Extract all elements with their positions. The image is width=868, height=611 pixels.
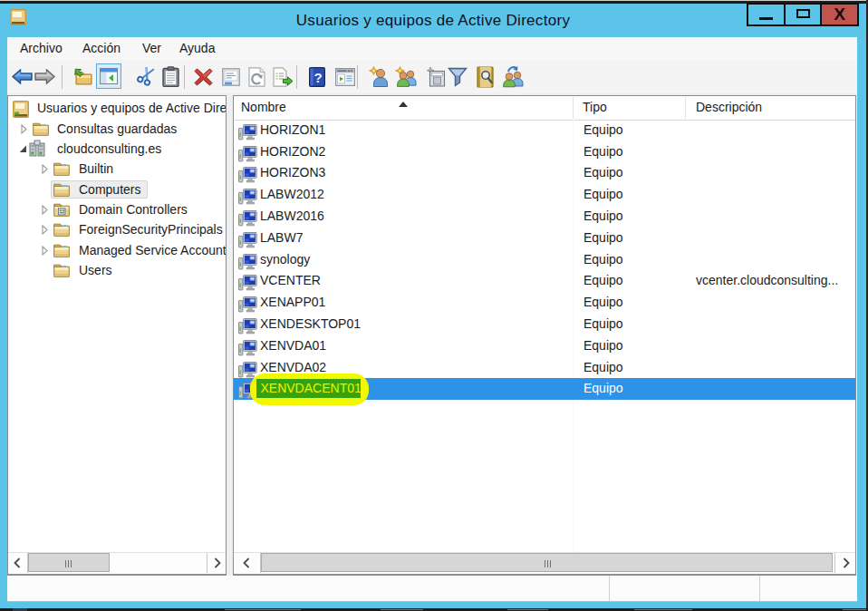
svg-text:?: ? [313, 70, 322, 85]
